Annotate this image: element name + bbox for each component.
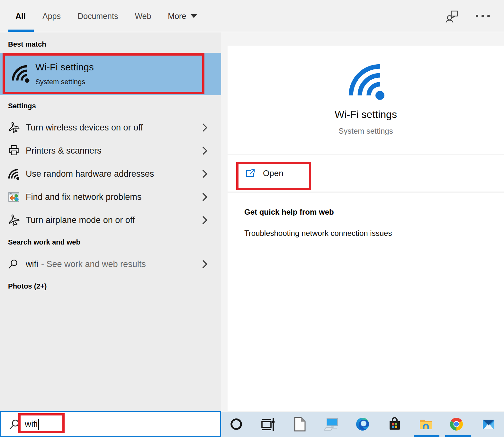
- settings-item-label: Find and fix network problems: [26, 185, 141, 209]
- settings-item-random-hardware-addresses[interactable]: Use random hardware addresses: [0, 162, 221, 185]
- annotation-box-best-match: [3, 53, 204, 94]
- quick-help-card: Get quick help from web Troubleshooting …: [228, 193, 504, 411]
- search-filter-tabbar: All Apps Documents Web More: [0, 0, 504, 32]
- web-search-text: wifi- See work and web results: [26, 253, 146, 276]
- active-tab-indicator: [8, 30, 34, 32]
- taskbar: wifi: [0, 412, 504, 437]
- settings-item-find-fix-network[interactable]: Find and fix network problems: [0, 185, 221, 209]
- annotation-box-open: [236, 162, 311, 190]
- settings-item-label: Turn wireless devices on or off: [26, 116, 143, 139]
- running-indicator-chrome: [445, 435, 471, 437]
- printer-icon: [8, 145, 20, 157]
- photos-section-label: Photos (2+): [8, 282, 47, 290]
- tab-more-label: More: [168, 12, 186, 21]
- libreoffice-icon[interactable]: [291, 416, 307, 432]
- task-view-icon[interactable]: [259, 416, 275, 432]
- chevron-right-icon: [201, 192, 208, 202]
- chevron-right-icon: [201, 169, 208, 179]
- best-match-section-label: Best match: [8, 40, 46, 49]
- search-filter-tabs: All Apps Documents Web More: [15, 0, 197, 32]
- settings-item-label: Use random hardware addresses: [26, 162, 154, 185]
- chevron-right-icon: [201, 146, 208, 156]
- mail-icon[interactable]: [481, 416, 496, 432]
- chevron-right-icon: [201, 123, 208, 132]
- this-pc-icon[interactable]: [323, 416, 339, 432]
- preview-subtitle: System settings: [338, 127, 393, 136]
- tab-documents[interactable]: Documents: [77, 12, 118, 21]
- troubleshoot-icon: [8, 191, 20, 203]
- tab-apps[interactable]: Apps: [42, 12, 61, 21]
- settings-item-turn-wireless[interactable]: Turn wireless devices on or off: [0, 116, 221, 139]
- settings-item-label: Turn airplane mode on or off: [26, 209, 135, 232]
- wifi-icon: [347, 62, 385, 100]
- running-indicator-file-explorer: [414, 435, 439, 437]
- ellipsis-icon[interactable]: [474, 13, 491, 19]
- tab-web[interactable]: Web: [135, 12, 151, 21]
- wifi-icon: [8, 168, 20, 180]
- search-web-section-label: Search work and web: [8, 238, 80, 246]
- search-icon: [8, 259, 19, 270]
- cortana-icon[interactable]: [229, 416, 244, 432]
- edge-icon[interactable]: [355, 416, 370, 432]
- settings-section-label: Settings: [8, 102, 36, 110]
- annotation-box-search-query: [18, 413, 65, 433]
- airplane-icon: [8, 121, 20, 134]
- preview-title: Wi-Fi settings: [335, 109, 397, 120]
- chevron-down-icon: [191, 14, 197, 18]
- settings-item-printers-scanners[interactable]: Printers & scanners: [0, 139, 221, 162]
- feedback-icon[interactable]: [446, 9, 459, 23]
- settings-item-label: Printers & scanners: [26, 139, 102, 162]
- web-search-suggestion[interactable]: wifi- See work and web results: [0, 253, 221, 276]
- airplane-icon: [8, 214, 20, 226]
- quick-help-header: Get quick help from web: [244, 208, 334, 217]
- chevron-right-icon: [201, 259, 208, 269]
- windows-search-flyout: All Apps Documents Web More: [0, 0, 504, 437]
- tab-all[interactable]: All: [15, 12, 26, 21]
- microsoft-store-icon[interactable]: [387, 416, 402, 432]
- settings-item-airplane-mode[interactable]: Turn airplane mode on or off: [0, 209, 221, 232]
- result-preview-panel: Wi-Fi settings System settings Open Get …: [221, 32, 504, 411]
- web-search-query: wifi: [26, 259, 38, 269]
- tab-more[interactable]: More: [168, 12, 197, 21]
- web-search-suffix: - See work and web results: [41, 259, 146, 269]
- preview-header-card: Wi-Fi settings System settings: [228, 46, 504, 154]
- quick-help-link[interactable]: Troubleshooting network connection issue…: [244, 229, 392, 238]
- chrome-icon[interactable]: [449, 416, 464, 432]
- file-explorer-icon[interactable]: [418, 416, 434, 432]
- chevron-right-icon: [201, 215, 208, 225]
